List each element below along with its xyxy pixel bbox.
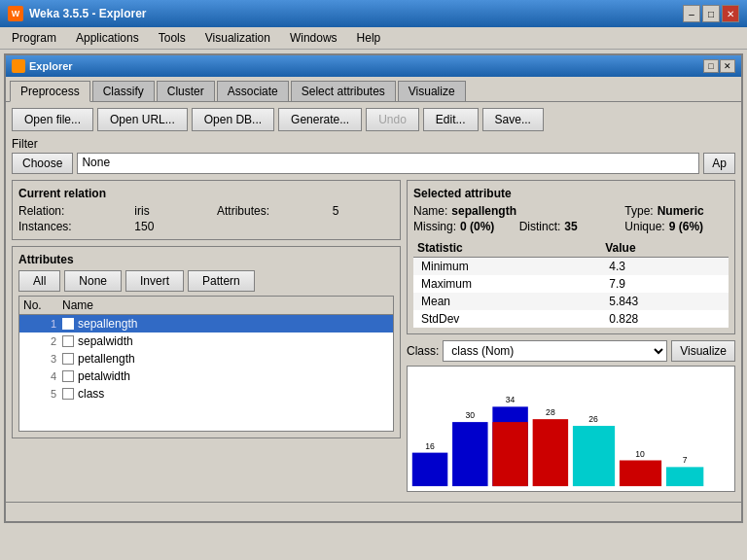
title-bar: W Weka 3.5.5 - Explorer – □ ✕ xyxy=(0,0,747,27)
menu-tools[interactable]: Tools xyxy=(151,29,194,47)
tab-associate[interactable]: Associate xyxy=(217,81,289,101)
save-button[interactable]: Save... xyxy=(482,108,544,131)
filter-value: None xyxy=(77,153,699,174)
attr-distinct-label: Distinct: xyxy=(519,220,561,233)
tab-select-attributes[interactable]: Select attributes xyxy=(291,81,396,101)
explorer-title: Explorer xyxy=(29,60,73,72)
histogram-label: 34 xyxy=(506,395,516,404)
main-panels: Current relation Relation: iris Attribut… xyxy=(12,180,735,492)
table-row[interactable]: 2 sepalwidth xyxy=(19,332,393,350)
tab-preprocess[interactable]: Preprocess xyxy=(10,81,90,102)
explorer-restore-button[interactable]: □ xyxy=(703,59,719,73)
filter-row: Choose None Ap xyxy=(12,153,735,174)
explorer-title-bar: Explorer □ ✕ xyxy=(6,55,741,77)
table-row[interactable]: 5 class xyxy=(19,385,393,402)
attr-name-value: sepallength xyxy=(451,204,516,218)
histogram-bar xyxy=(412,453,447,486)
attr-info-grid: Name: sepallength Type: Numeric Missing:… xyxy=(413,204,729,233)
open-url-button[interactable]: Open URL... xyxy=(97,108,188,131)
histogram-bar xyxy=(666,467,703,486)
right-panel: Selected attribute Name: sepallength Typ… xyxy=(407,180,735,492)
menu-visualization[interactable]: Visualization xyxy=(197,29,278,47)
stats-col-stat: Statistic xyxy=(413,239,601,258)
attr-row-no: 1 xyxy=(23,318,62,330)
open-file-button[interactable]: Open file... xyxy=(12,108,93,131)
minimize-button[interactable]: – xyxy=(683,5,700,22)
menu-program[interactable]: Program xyxy=(4,29,64,47)
table-row[interactable]: 1 sepallength xyxy=(19,315,393,332)
stats-stat-cell: StdDev xyxy=(413,310,601,328)
explorer-close-button[interactable]: ✕ xyxy=(720,59,735,73)
menu-applications[interactable]: Applications xyxy=(68,29,147,47)
filter-label: Filter xyxy=(12,137,735,151)
histogram-bar xyxy=(492,422,527,486)
open-db-button[interactable]: Open DB... xyxy=(192,108,274,131)
stats-table: Statistic Value Minimum4.3Maximum7.9Mean… xyxy=(413,239,729,328)
class-select[interactable]: class (Nom) xyxy=(443,340,667,362)
attributes-table: No. Name 1 sepallength 2 s xyxy=(18,296,394,432)
explorer-window: Explorer □ ✕ Preprocess Classify Cluster… xyxy=(4,53,743,523)
maximize-button[interactable]: □ xyxy=(702,5,720,22)
tab-cluster[interactable]: Cluster xyxy=(157,81,215,101)
attr-type-value: Numeric xyxy=(658,204,704,218)
table-row[interactable]: 4 petalwidth xyxy=(19,368,393,385)
stats-row: StdDev0.828 xyxy=(413,310,729,328)
menu-windows[interactable]: Windows xyxy=(282,29,345,47)
close-button[interactable]: ✕ xyxy=(722,5,739,22)
histogram-bar xyxy=(533,419,568,486)
undo-button[interactable]: Undo xyxy=(366,108,419,131)
class-label: Class: xyxy=(407,344,439,358)
attr-checkbox[interactable] xyxy=(62,318,74,330)
tab-visualize[interactable]: Visualize xyxy=(398,81,466,101)
stats-stat-cell: Mean xyxy=(413,293,601,310)
app-icon: W xyxy=(8,6,23,21)
generate-button[interactable]: Generate... xyxy=(278,108,362,131)
histogram-label: 10 xyxy=(635,448,645,458)
attr-invert-button[interactable]: Invert xyxy=(125,270,184,292)
attributes-box: Attributes All None Invert Pattern No. N… xyxy=(12,246,401,438)
attr-table-header: No. Name xyxy=(19,297,393,315)
visualize-button[interactable]: Visualize xyxy=(671,340,735,362)
attr-type-item: Type: Numeric xyxy=(624,204,729,218)
attr-missing-item: Missing: 0 (0%) xyxy=(413,220,517,233)
attr-checkbox[interactable] xyxy=(62,370,74,382)
attr-all-button[interactable]: All xyxy=(18,270,60,292)
attr-unique-item: Unique: 9 (6%) xyxy=(624,220,729,233)
attr-missing-label: Missing: xyxy=(413,220,456,233)
histogram-svg: 16 30 34 28 xyxy=(408,367,734,491)
histogram-label: 26 xyxy=(588,414,598,424)
histogram-area: 16 30 34 28 xyxy=(407,366,735,492)
stats-value-cell: 0.828 xyxy=(601,310,729,328)
stats-row: Maximum7.9 xyxy=(413,275,729,293)
attr-checkbox[interactable] xyxy=(62,335,74,347)
filter-choose-button[interactable]: Choose xyxy=(12,153,73,174)
table-row[interactable]: 3 petallength xyxy=(19,350,393,368)
attr-row-name: petalwidth xyxy=(78,369,389,383)
attributes-title: Attributes xyxy=(18,253,394,266)
attr-row-no: 3 xyxy=(23,353,62,365)
attr-pattern-button[interactable]: Pattern xyxy=(188,270,255,292)
attr-checkbox[interactable] xyxy=(62,353,74,365)
attr-checkbox[interactable] xyxy=(62,388,74,400)
attributes-value: 5 xyxy=(333,204,394,218)
filter-apply-button[interactable]: Ap xyxy=(703,153,735,174)
attr-unique-value: 9 (6%) xyxy=(669,220,703,233)
stats-stat-cell: Maximum xyxy=(413,275,601,293)
tab-classify[interactable]: Classify xyxy=(92,81,155,101)
filter-section: Filter Choose None Ap xyxy=(12,137,735,174)
selected-attr-box: Selected attribute Name: sepallength Typ… xyxy=(407,180,735,334)
edit-button[interactable]: Edit... xyxy=(423,108,479,131)
histogram-label: 16 xyxy=(425,441,435,451)
content-area: Open file... Open URL... Open DB... Gene… xyxy=(6,102,741,498)
menu-help[interactable]: Help xyxy=(349,29,389,47)
col-no-header: No. xyxy=(23,298,62,312)
histogram-bar xyxy=(452,422,487,486)
attr-row-name: sepalwidth xyxy=(78,334,389,348)
explorer-icon xyxy=(12,59,25,73)
selected-attr-title: Selected attribute xyxy=(413,187,729,200)
attr-distinct-value: 35 xyxy=(564,220,577,233)
status-bar xyxy=(6,502,741,521)
attr-none-button[interactable]: None xyxy=(64,270,122,292)
toolbar-row: Open file... Open URL... Open DB... Gene… xyxy=(12,108,735,131)
attr-unique-label: Unique: xyxy=(624,220,664,233)
